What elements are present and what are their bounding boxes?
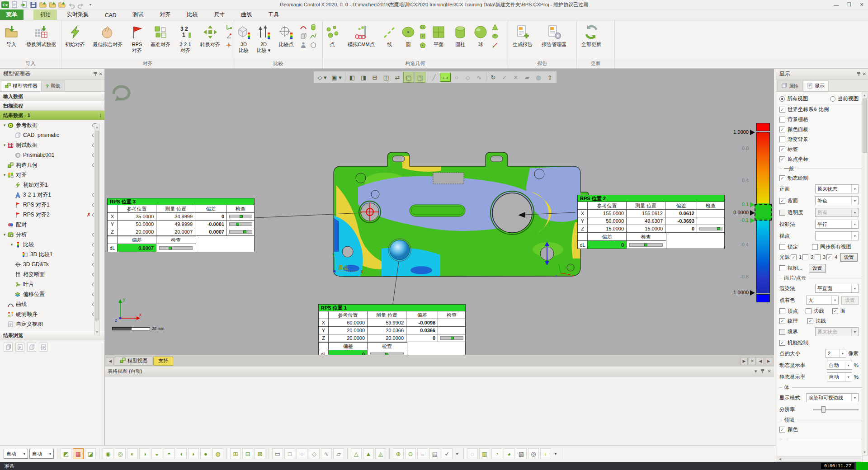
- toolbar-icon-2-2[interactable]: ⊠: [255, 448, 265, 459]
- clip-right-icon[interactable]: ◨: [358, 72, 369, 83]
- toolbar-icon-6-4[interactable]: ▧: [516, 448, 527, 459]
- checkbox-box[interactable]: [806, 308, 811, 314]
- tree-scrollbar[interactable]: ▲ ▼: [94, 124, 100, 335]
- checkbox-边线[interactable]: 边线: [806, 308, 832, 315]
- footer-icon-2[interactable]: [15, 343, 24, 352]
- toolbar-icon-5-1[interactable]: ⊖: [405, 448, 416, 459]
- checkbox-box[interactable]: [802, 254, 808, 260]
- colorbar-arrow[interactable]: [750, 210, 755, 216]
- close-icon[interactable]: ✕: [855, 0, 868, 9]
- display-panel-hscrollbar[interactable]: ◀: [777, 456, 863, 462]
- ribbon-button-线[interactable]: 线: [381, 22, 399, 57]
- tree-item-对齐[interactable]: ▼对齐: [0, 170, 104, 180]
- tree-item-3D 比较1[interactable]: 3D 比较1: [0, 249, 104, 259]
- colorbar-tolerance-band[interactable]: [755, 204, 772, 221]
- checkbox-世界坐标系& 比例[interactable]: ✓世界坐标系& 比例: [779, 106, 829, 113]
- triad-orange-icon[interactable]: [225, 41, 233, 49]
- toolbar-icon-1-3[interactable]: ◑: [139, 448, 150, 459]
- toolbar-icon-1-8[interactable]: ●: [200, 448, 211, 459]
- toolbar-icon-2-1[interactable]: ⊟: [242, 448, 253, 459]
- section-header-输入数据[interactable]: 输入数据: [0, 92, 104, 101]
- toolbar-icon-3-4[interactable]: ∿: [321, 448, 332, 459]
- ribbon-button-球[interactable]: 球: [471, 22, 490, 57]
- toolbar-icon-6-6[interactable]: +: [540, 448, 551, 459]
- checkbox-动态绘制[interactable]: ✓动态绘制: [779, 175, 808, 182]
- ribbon-button-全部更新[interactable]: 全部更新: [577, 22, 606, 57]
- toolbar-icon-6-0[interactable]: ◌: [467, 448, 478, 459]
- toolbar-icon-6-7[interactable]: ▾: [552, 448, 559, 459]
- menu-tab-CAD[interactable]: CAD: [99, 11, 123, 20]
- toolbar-icon-3-3[interactable]: ◇: [309, 448, 320, 459]
- tree-item-比较[interactable]: ▼比较: [0, 240, 104, 249]
- menu-tab-比较[interactable]: 比较: [180, 9, 204, 20]
- tree-item-硬测顺序[interactable]: 硬测顺序: [0, 309, 104, 319]
- rect-select-icon[interactable]: ▭: [440, 73, 451, 82]
- tree-item-参考数据[interactable]: ▼参考数据: [0, 120, 104, 130]
- settings-button[interactable]: 设置: [809, 264, 826, 273]
- save-icon[interactable]: [29, 1, 38, 9]
- toolbar-icon-6-5[interactable]: ◎: [528, 448, 539, 459]
- lasso-select-icon[interactable]: ∿: [474, 72, 485, 83]
- mode-combo-1[interactable]: 自动▾: [4, 449, 28, 459]
- expand-all-icon[interactable]: ↕: [99, 113, 102, 118]
- tree-item-曲线[interactable]: 曲线: [0, 299, 104, 309]
- ribbon-button-点[interactable]: 点: [323, 22, 342, 57]
- toolbar-icon-2-0[interactable]: ⊞: [230, 448, 241, 459]
- tab-prev-icon[interactable]: ◀: [757, 357, 764, 365]
- expand-arrow-icon[interactable]: ▼: [9, 243, 14, 247]
- toolbar-icon-1-6[interactable]: ◖: [176, 448, 187, 459]
- expand-arrow-icon[interactable]: ▼: [2, 123, 7, 127]
- toolbar-icon-5-5[interactable]: ▾: [454, 448, 460, 459]
- resolution-slider[interactable]: [813, 406, 859, 413]
- open-import-icon[interactable]: [20, 1, 28, 9]
- checkbox-锁定[interactable]: 锁定: [779, 244, 812, 250]
- tab-next-icon[interactable]: ▶: [765, 357, 772, 365]
- ribbon-button-导入[interactable]: 导入: [0, 22, 23, 57]
- checkbox-box[interactable]: ✓: [807, 318, 813, 324]
- toolbar-icon-6-2[interactable]: ◔: [491, 448, 502, 459]
- folder-icon[interactable]: [58, 1, 66, 9]
- new-doc-icon[interactable]: [10, 1, 19, 9]
- checkbox-原点坐标[interactable]: ✓原点坐标: [779, 156, 808, 163]
- ribbon-button-初始对齐[interactable]: 初始对齐: [61, 22, 89, 57]
- expand-arrow-icon[interactable]: ▼: [2, 173, 7, 177]
- dropdown[interactable]: 所有▾: [815, 208, 859, 217]
- dropdown[interactable]: 自动▾: [827, 361, 852, 370]
- ribbon-button-模拟CMM点[interactable]: 模拟CMM点: [342, 22, 381, 57]
- s-rect-icon[interactable]: [419, 32, 427, 40]
- checkbox-面[interactable]: ✓面: [832, 308, 859, 315]
- panel-tab-模型管理器[interactable]: 模型管理器: [1, 80, 42, 91]
- toolbar-icon-4-1[interactable]: ▲: [363, 448, 374, 459]
- checkbox-背面[interactable]: ✓背面: [779, 197, 798, 204]
- colorbar-arrow[interactable]: [750, 290, 755, 296]
- tab-scroll-right-icon[interactable]: ▶: [741, 357, 748, 365]
- tree-item-偏移位置[interactable]: 偏移位置: [0, 289, 104, 299]
- ribbon-button-生成报告[interactable]: 生成报告: [508, 22, 537, 57]
- checkbox-box[interactable]: ✓: [779, 318, 785, 324]
- footer-icon-1[interactable]: [4, 343, 13, 352]
- checkbox-box[interactable]: ✓: [779, 340, 785, 346]
- redo-icon[interactable]: [77, 1, 85, 9]
- toolbar-icon-1-1[interactable]: ◎: [115, 448, 126, 459]
- orbit-icon[interactable]: ↻: [488, 72, 499, 83]
- result-data-header[interactable]: 结果数据 - 1 ↕: [0, 111, 104, 120]
- tree-item-Prismatic001[interactable]: Prismatic001: [0, 150, 104, 160]
- clip-box-icon[interactable]: ◫: [381, 72, 392, 83]
- checkbox-标签[interactable]: ✓标签: [779, 146, 798, 153]
- radio-button[interactable]: [779, 96, 785, 102]
- checkbox-box[interactable]: ✓: [779, 427, 785, 432]
- triad-green-icon[interactable]: [225, 23, 233, 31]
- view-orient-icon[interactable]: ◇ ▾: [315, 72, 329, 83]
- toolbar-icon-1-7[interactable]: ◗: [188, 448, 199, 459]
- clip-left-icon[interactable]: ◧: [347, 72, 358, 83]
- s-axis-icon[interactable]: [491, 41, 499, 49]
- clip-top-icon[interactable]: ⊟: [369, 72, 380, 83]
- tree-item-测试数据[interactable]: ▼测试数据: [0, 140, 104, 150]
- tree-item-3D GD&Ts[interactable]: 3D GD&Ts: [0, 259, 104, 269]
- checkbox-box[interactable]: ✓: [832, 308, 838, 314]
- ribbon-button-平面[interactable]: 平面: [428, 22, 449, 57]
- undo-icon[interactable]: [67, 1, 75, 9]
- quick-access-more-icon[interactable]: ▾: [86, 1, 94, 9]
- scroll-up-icon[interactable]: ▲: [94, 124, 99, 130]
- result-browse-header[interactable]: 结果浏览: [0, 331, 104, 340]
